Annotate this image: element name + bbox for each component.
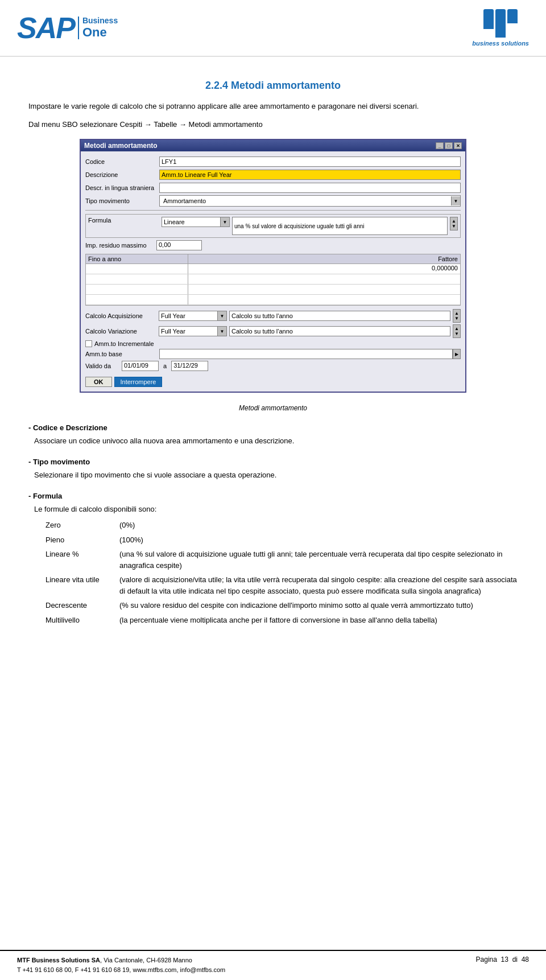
- formula-term-multilivello: Multilivello: [46, 615, 119, 626]
- valido-a-field[interactable]: 31/12/29: [171, 361, 208, 371]
- mtf-bar-3: [507, 9, 518, 23]
- formula-item-lineare-vita-content: Lineare vita utile (valore di acquisizio…: [46, 574, 518, 596]
- descr-lingua-row: Descr. in lingua straniera: [85, 182, 461, 193]
- scroll-down-icon: ▼: [452, 224, 456, 229]
- formula-def-lineare: (una % sul valore di acquisizione uguale…: [119, 549, 518, 571]
- descr-lingua-field[interactable]: [159, 183, 461, 193]
- table-row-1: 0,000000: [86, 264, 460, 274]
- mtf-business-solutions: business solutions: [472, 40, 529, 47]
- formula-item-multilivello: Multilivello (la percentuale viene molti…: [46, 615, 518, 626]
- amm-base-scroll[interactable]: ▶: [453, 349, 461, 359]
- formula-desc: una % sul valore di acquisizione uguale …: [232, 217, 448, 235]
- calcolo-variazione-arrow[interactable]: ▼: [217, 327, 226, 336]
- codice-label: Codice: [85, 158, 159, 165]
- sap-logo: SAP Business One: [17, 11, 118, 45]
- valido-da-row: Valido da 01/01/09 a 31/12/29: [85, 361, 461, 371]
- menu-path: Dal menu SBO selezionare Cespiti → Tabel…: [28, 119, 518, 130]
- descrizione-label: Descrizione: [85, 171, 159, 178]
- codice-field[interactable]: LFY1: [159, 157, 461, 167]
- interrompi-button[interactable]: Interrompere: [114, 377, 163, 387]
- calcolo-variazione-scroll[interactable]: ▲ ▼: [453, 324, 461, 338]
- formula-item-lineare-content: Lineare % (una % sul valore di acquisizi…: [46, 549, 518, 571]
- intro-text: Impostare le varie regole di calcolo che…: [28, 101, 518, 112]
- amm-incrementale-row: Amm.to Incrementale: [85, 340, 461, 347]
- codice-heading: - Codice e Descrizione: [28, 423, 518, 432]
- calcolo-acquisizione-row: Calcolo Acquisizione Full Year ▼ Calcolo…: [85, 309, 461, 323]
- footer-address: , Via Cantonale, CH-6928 Manno: [100, 957, 192, 963]
- valido-da-field[interactable]: 01/01/09: [122, 361, 159, 371]
- tipo-section: - Tipo movimento Selezionare il tipo mov…: [28, 458, 518, 481]
- mtf-logo-graphic: [483, 9, 518, 38]
- formula-item-zero-content: Zero (0%): [46, 520, 135, 531]
- formula-dropdown-arrow[interactable]: ▼: [220, 217, 229, 227]
- table-row-3: [86, 285, 460, 295]
- formula-intro-text: Le formule di calcolo disponibili sono:: [34, 504, 518, 516]
- tipo-movimento-dropdown-arrow[interactable]: ▼: [451, 196, 460, 205]
- dialog-title: Metodi ammortamento: [84, 142, 158, 150]
- table-cell-fattore-2[interactable]: [188, 274, 460, 284]
- calcolo-acquisizione-select[interactable]: Full Year ▼: [159, 311, 227, 321]
- scroll-up-icon-2: ▲: [454, 311, 459, 316]
- ok-button[interactable]: OK: [85, 377, 112, 387]
- calcolo-variazione-row: Calcolo Variazione Full Year ▼ Calcolo s…: [85, 324, 461, 338]
- table-cell-fino-3[interactable]: [86, 285, 188, 294]
- amm-base-field[interactable]: [159, 349, 453, 359]
- calcolo-acquisizione-label: Calcolo Acquisizione: [85, 312, 156, 319]
- formula-value: Lineare: [162, 218, 220, 226]
- mtf-bar-2: [495, 9, 506, 38]
- dialog-maximize-btn[interactable]: □: [445, 142, 453, 149]
- amm-incrementale-label: Amm.to Incrementale: [94, 340, 154, 347]
- formula-desc-text: una % sul valore di acquisizione uguale …: [234, 223, 364, 229]
- fattore-col-header: Fattore: [188, 254, 460, 263]
- amm-incrementale-checkbox[interactable]: [85, 340, 92, 347]
- sap-one-label: One: [82, 26, 118, 39]
- table-cell-fattore-4[interactable]: [188, 295, 460, 304]
- residuo-field[interactable]: 0,00: [156, 240, 202, 250]
- sap-business-one: Business One: [78, 17, 118, 39]
- amm-base-row: Amm.to base ▶: [85, 349, 461, 359]
- section-title: 2.2.4 Metodi ammortamento: [28, 80, 518, 92]
- dialog-controls[interactable]: _ □ ✕: [436, 142, 462, 149]
- tipo-movimento-row: Tipo movimento Ammortamento ▼: [85, 195, 461, 207]
- footer-right: Pagina 13 di 48: [476, 956, 529, 963]
- table-row-2: [86, 274, 460, 285]
- formula-item-multilivello-content: Multilivello (la percentuale viene molti…: [46, 615, 437, 626]
- table-cell-fattore-1[interactable]: 0,000000: [188, 264, 460, 274]
- dialog-close-btn[interactable]: ✕: [454, 142, 462, 149]
- page-number: Pagina 13 di 48: [476, 956, 529, 963]
- formula-term-lineare-vita: Lineare vita utile: [46, 574, 119, 596]
- formula-scroll[interactable]: ▲ ▼: [450, 217, 458, 230]
- formula-item-zero: Zero (0%): [46, 520, 518, 531]
- tipo-movimento-field[interactable]: Ammortamento ▼: [159, 195, 461, 207]
- codice-section: - Codice e Descrizione Associare un codi…: [28, 423, 518, 447]
- calcolo-variazione-select[interactable]: Full Year ▼: [159, 326, 227, 336]
- calcolo-acquisizione-scroll[interactable]: ▲ ▼: [453, 309, 461, 323]
- table-cell-fino-1[interactable]: [86, 264, 188, 274]
- descrizione-row: Descrizione Amm.to Lineare Full Year: [85, 169, 461, 180]
- sap-business-label: Business: [82, 17, 118, 25]
- calcolo-acquisizione-arrow[interactable]: ▼: [217, 311, 226, 320]
- formula-select[interactable]: Lineare ▼: [162, 217, 230, 227]
- dialog-minimize-btn[interactable]: _: [436, 142, 444, 149]
- table-cell-fattore-3[interactable]: [188, 285, 460, 294]
- page-of: di: [512, 956, 518, 963]
- table-cell-fino-2[interactable]: [86, 274, 188, 284]
- descr-lingua-label: Descr. in lingua straniera: [85, 184, 159, 191]
- calcolo-variazione-value: Full Year: [159, 327, 217, 335]
- formula-term-pieno: Pieno: [46, 534, 119, 546]
- valido-a-label: a: [161, 363, 169, 369]
- scroll-down-icon-3: ▼: [454, 331, 459, 336]
- calcolo-variazione-label: Calcolo Variazione: [85, 328, 156, 335]
- formula-item-pieno-content: Pieno (100%): [46, 534, 143, 546]
- formula-item-decrescente-content: Decrescente (% su valore residuo del ces…: [46, 600, 473, 611]
- mtf-logo: business solutions: [472, 9, 529, 47]
- descrizione-field[interactable]: Amm.to Lineare Full Year: [159, 170, 461, 180]
- codice-desc-text: Associare un codice univoco alla nuova a…: [34, 435, 518, 447]
- table-header: Fino a anno Fattore: [86, 254, 460, 264]
- formula-term-zero: Zero: [46, 520, 119, 531]
- residuo-value: 0,00: [159, 241, 171, 248]
- table-cell-fino-4[interactable]: [86, 295, 188, 304]
- formula-item-pieno: Pieno (100%): [46, 534, 518, 546]
- formula-item-decrescente: Decrescente (% su valore residuo del ces…: [46, 600, 518, 611]
- residuo-row: Imp. residuo massimo 0,00: [85, 240, 461, 250]
